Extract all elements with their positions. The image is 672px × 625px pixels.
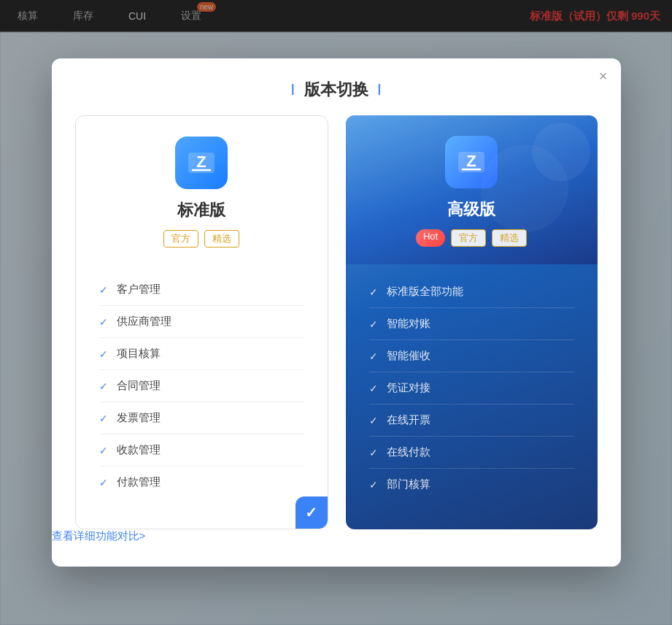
check-icon: ✓ [369, 479, 378, 491]
check-icon: ✓ [99, 316, 108, 328]
premium-card[interactable]: Z 高级版 Hot 官方 精选 ✓标准版全部功能 ✓智能对账 ✓智能催收 [346, 115, 598, 529]
list-item: ✓项目核算 [99, 338, 304, 370]
check-icon: ✓ [369, 415, 378, 426]
feature-label: 部门核算 [387, 478, 430, 491]
cards-container: Z 标准版 官方 精选 ✓客户管理 ✓供应商管理 ✓项目核算 ✓合同管理 [52, 115, 621, 529]
check-icon: ✓ [99, 380, 108, 392]
version-switch-modal: × I 版本切换 I Z 标准版 [52, 58, 621, 567]
check-icon: ✓ [99, 477, 108, 488]
standard-card-icon: Z [175, 137, 228, 189]
feature-label: 智能对账 [387, 317, 430, 331]
premium-card-name: 高级版 [447, 199, 495, 221]
list-item: ✓付款管理 [99, 467, 304, 498]
feature-label: 智能催收 [387, 349, 430, 363]
feature-label: 合同管理 [117, 379, 161, 393]
list-item: ✓供应商管理 [99, 306, 304, 338]
modal-overlay: × I 版本切换 I Z 标准版 [0, 0, 672, 625]
standard-tag-row: 官方 精选 [163, 230, 239, 248]
check-icon: ✓ [369, 286, 378, 298]
check-icon: ✓ [99, 284, 108, 296]
title-bar-left: I [290, 80, 295, 99]
list-item: ✓合同管理 [99, 370, 304, 402]
premium-feature-list: ✓标准版全部功能 ✓智能对账 ✓智能催收 ✓凭证对接 ✓在线开票 ✓在线付款 ✓… [346, 264, 598, 512]
check-icon: ✓ [99, 445, 108, 456]
compare-link[interactable]: 查看详细功能对比> [52, 529, 146, 542]
title-main: 版本切换 [304, 80, 368, 99]
premium-tag-jingxuan: 精选 [492, 229, 527, 247]
feature-label: 客户管理 [117, 283, 161, 296]
standard-feature-list: ✓客户管理 ✓供应商管理 ✓项目核算 ✓合同管理 ✓发票管理 ✓收款管理 ✓付款… [76, 262, 328, 510]
premium-tag-official: 官方 [451, 229, 486, 247]
standard-tag-official: 官方 [163, 230, 198, 248]
feature-label: 发票管理 [117, 411, 161, 425]
list-item: ✓收款管理 [99, 434, 304, 467]
feature-label: 在线付款 [387, 445, 430, 459]
feature-label: 供应商管理 [117, 315, 171, 329]
list-item: ✓标准版全部功能 [369, 276, 574, 308]
title-bar-right: I [377, 80, 382, 99]
list-item: ✓部门核算 [369, 469, 574, 500]
list-item: ✓在线开票 [369, 404, 574, 437]
feature-label: 标准版全部功能 [387, 285, 463, 299]
close-button[interactable]: × [599, 69, 608, 83]
feature-label: 收款管理 [117, 443, 161, 457]
check-icon: ✓ [369, 350, 378, 362]
selected-badge: ✓ [296, 496, 328, 529]
list-item: ✓凭证对接 [369, 372, 574, 404]
list-item: ✓客户管理 [99, 274, 304, 306]
standard-tag-selected: 精选 [204, 230, 239, 248]
feature-label: 凭证对接 [387, 381, 430, 395]
svg-text:Z: Z [196, 153, 206, 171]
feature-label: 付款管理 [117, 475, 161, 489]
feature-label: 在线开票 [387, 413, 430, 427]
checkmark-icon: ✓ [305, 504, 317, 521]
standard-card-name: 标准版 [177, 199, 225, 221]
standard-card-header: Z 标准版 官方 精选 [76, 116, 328, 262]
check-icon: ✓ [369, 318, 378, 330]
list-item: ✓在线付款 [369, 437, 574, 469]
standard-card[interactable]: Z 标准版 官方 精选 ✓客户管理 ✓供应商管理 ✓项目核算 ✓合同管理 [75, 115, 328, 529]
feature-label: 项目核算 [117, 347, 161, 361]
premium-tag-hot: Hot [416, 229, 445, 247]
check-icon: ✓ [369, 447, 378, 459]
svg-text:Z: Z [466, 152, 476, 170]
check-icon: ✓ [369, 383, 378, 394]
modal-title: I 版本切换 I [52, 58, 621, 115]
premium-tag-row: Hot 官方 精选 [416, 229, 527, 247]
list-item: ✓智能催收 [369, 340, 574, 372]
premium-card-header: Z 高级版 Hot 官方 精选 [346, 115, 598, 264]
premium-card-icon: Z [445, 136, 498, 188]
list-item: ✓发票管理 [99, 402, 304, 434]
check-icon: ✓ [99, 413, 108, 424]
list-item: ✓智能对账 [369, 308, 574, 340]
check-icon: ✓ [99, 348, 108, 360]
